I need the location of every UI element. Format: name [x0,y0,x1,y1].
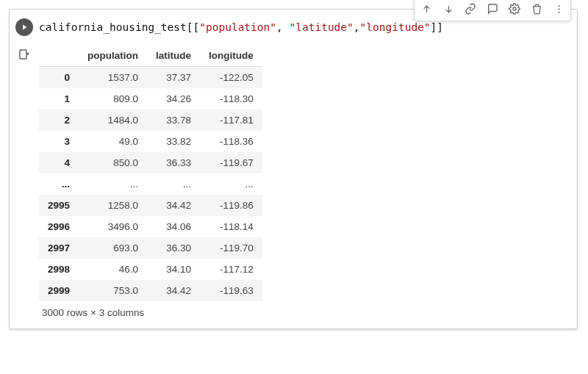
row-index: 2 [39,109,79,131]
code-token-string: "population" [199,21,276,33]
table-cell: -119.70 [200,237,262,259]
table-cell: 1484.0 [79,109,147,131]
table-row: 29963496.034.06-118.14 [39,216,262,237]
table-row: 4850.036.33-119.67 [39,152,262,173]
table-cell: 36.30 [147,237,200,259]
table-row: 29951258.034.42-119.86 [39,195,262,216]
row-index: 2997 [39,237,79,259]
cell-toolbar [414,0,571,21]
table-row: 1809.034.26-118.30 [39,88,262,109]
settings-button[interactable] [504,0,525,19]
table-cell: 34.42 [147,195,200,216]
table-cell: ... [79,173,147,195]
table-cell: -119.63 [200,280,262,301]
table-row: 01537.037.37-122.05 [39,67,262,89]
row-index: 3 [39,131,79,152]
table-cell: 36.33 [147,152,200,173]
row-index: ... [39,173,79,195]
table-cell: ... [147,173,200,195]
table-corner [39,45,79,67]
code-token-string: "longitude" [360,21,431,33]
row-index: 2999 [39,280,79,301]
table-cell: 693.0 [79,237,147,259]
table-cell: 34.42 [147,280,200,301]
table-row: ............ [39,173,262,195]
dataframe-output: population latitude longitude 01537.037.… [39,45,262,318]
row-index: 2995 [39,195,79,216]
code-token-string: "latitude" [290,21,354,33]
table-row: 2997693.036.30-119.70 [39,237,262,259]
table-cell: 1258.0 [79,195,147,216]
table-row: 2999753.034.42-119.63 [39,280,262,301]
table-cell: 753.0 [79,280,147,301]
svg-point-1 [558,5,559,7]
table-cell: ... [200,173,262,195]
trash-icon [531,4,542,15]
table-cell: 46.0 [79,259,147,280]
code-token-comma: , [354,21,360,33]
output-icon [18,48,31,61]
table-row: 21484.033.78-117.81 [39,109,262,131]
table-cell: 1537.0 [79,67,147,89]
row-index: 1 [39,88,79,109]
code-token-var: california_housing_test [39,21,187,33]
cell-output-area: population latitude longitude 01537.037.… [10,45,577,328]
code-editor[interactable]: california_housing_test[["population", "… [39,18,443,35]
arrow-up-icon [421,4,432,15]
comment-button[interactable] [482,0,503,19]
svg-point-2 [558,8,559,10]
row-index: 0 [39,67,79,89]
table-cell: 34.10 [147,259,200,280]
table-row: 349.033.82-118.36 [39,131,262,152]
column-header: population [79,45,147,67]
move-up-button[interactable] [416,0,437,19]
code-token-comma: , [276,21,289,33]
table-cell: -119.67 [200,152,262,173]
table-cell: -118.14 [200,216,262,237]
play-icon [20,23,29,32]
table-cell: -117.12 [200,259,262,280]
comment-icon [487,3,498,15]
notebook-cell: california_housing_test[["population", "… [9,9,578,329]
column-header: latitude [147,45,200,67]
link-button[interactable] [460,0,481,19]
table-cell: -119.86 [200,195,262,216]
svg-point-0 [513,7,516,10]
table-cell: 34.26 [147,88,200,109]
table-cell: -118.30 [200,88,262,109]
link-icon [465,3,476,15]
arrow-down-icon [443,4,454,15]
dataframe-shape: 3000 rows × 3 columns [39,301,262,318]
run-button[interactable] [15,18,33,36]
run-button-gutter [10,18,39,36]
table-cell: 37.37 [147,67,200,89]
table-cell: 33.82 [147,131,200,152]
svg-rect-4 [20,50,26,59]
row-index: 2996 [39,216,79,237]
code-token-bracket: [[ [187,21,199,33]
svg-point-3 [558,11,559,12]
gear-icon [509,3,520,15]
table-row: 299846.034.10-117.12 [39,259,262,280]
table-cell: 49.0 [79,131,147,152]
table-header-row: population latitude longitude [39,45,262,67]
output-gutter [10,45,39,61]
table-cell: 34.06 [147,216,200,237]
more-vertical-icon [553,4,564,15]
table-cell: -118.36 [200,131,262,152]
more-button[interactable] [548,0,569,19]
delete-button[interactable] [526,0,547,19]
dataframe-table: population latitude longitude 01537.037.… [39,45,262,301]
table-cell: 3496.0 [79,216,147,237]
code-token-bracket: ]] [431,21,443,33]
move-down-button[interactable] [438,0,459,19]
table-cell: 850.0 [79,152,147,173]
table-cell: 33.78 [147,109,200,131]
table-cell: -117.81 [200,109,262,131]
table-cell: -122.05 [200,67,262,89]
table-cell: 809.0 [79,88,147,109]
row-index: 2998 [39,259,79,280]
row-index: 4 [39,152,79,173]
column-header: longitude [200,45,262,67]
